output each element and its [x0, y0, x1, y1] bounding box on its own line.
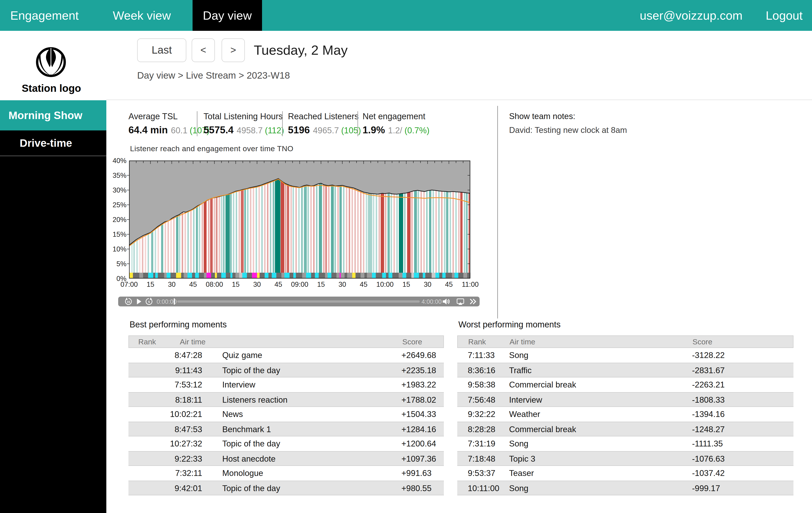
svg-text:5: 5 [148, 300, 150, 303]
air-time: 8:47:53 [157, 422, 202, 437]
stat-value: 5575.4 [203, 124, 234, 135]
clock-segment [372, 273, 376, 278]
forward-5-icon[interactable]: 5 [145, 297, 153, 306]
clock-segment [217, 273, 221, 278]
air-time: 8:28:28 [468, 422, 495, 437]
stat-label: Reached Listeners [288, 112, 361, 121]
table-row[interactable]: 10:11:00Song-999.17 [457, 481, 793, 495]
table-row[interactable]: 9:53:37Teaser-1037.42 [457, 466, 793, 481]
clock-segment [442, 273, 446, 278]
nav-tab-day-view[interactable]: Day view [193, 0, 262, 31]
current-date-label: Tuesday, 2 May [254, 38, 348, 62]
clock-segment [260, 273, 265, 278]
stat-value: 64.4 min [128, 124, 168, 135]
clock-segment [439, 273, 442, 278]
clock-segment [376, 273, 382, 278]
moment-score: -1394.16 [692, 407, 725, 422]
table-row[interactable]: 9:22:33Host anecdote+1097.36 [128, 451, 444, 466]
clock-segment [388, 273, 393, 278]
table-row[interactable]: 8:18:11Listeners reaction+1788.02 [128, 392, 444, 407]
air-time: 10:11:00 [468, 481, 499, 496]
table-row[interactable]: 7:18:48Topic 3-1076.63 [457, 451, 793, 466]
air-time: 8:47:28 [157, 348, 202, 363]
previous-day-button[interactable]: < [192, 38, 215, 62]
table-row[interactable]: 10:27:32Topic of the day+1200.64 [128, 436, 444, 451]
clock-segment [284, 273, 290, 278]
reach-engagement-chart[interactable] [129, 160, 470, 278]
moment-score: +1284.16 [401, 422, 436, 437]
playback-speed-icon[interactable] [468, 297, 477, 306]
progress-track[interactable] [177, 300, 420, 303]
table-row[interactable]: 9:32:22Weather-1394.16 [457, 407, 793, 422]
clock-segment [423, 273, 426, 278]
clock-segment [221, 273, 226, 278]
stat-label: Total Listening Hours [203, 112, 284, 121]
moment-label: Weather [509, 407, 540, 422]
stat-benchmark: 4965.7 [310, 126, 339, 135]
air-time: 10:27:32 [157, 436, 202, 451]
playhead-cursor[interactable] [174, 298, 175, 305]
stat-benchmark: 1.2/ [385, 126, 402, 135]
sidebar-item-drive-time[interactable]: Drive-time [0, 130, 106, 156]
rewind-15-icon[interactable]: 15 [124, 297, 133, 306]
table-row[interactable]: 7:53:12Interview+1983.22 [128, 378, 444, 392]
moment-score: +2235.18 [401, 363, 436, 378]
clock-segment [452, 273, 455, 278]
moment-score: +1097.36 [401, 452, 436, 466]
table-row[interactable]: 8:47:28Quiz game+2649.68 [128, 348, 444, 363]
y-tick-label: 20% [97, 216, 126, 224]
table-row[interactable]: 7:31:19Song-1111.35 [457, 436, 793, 451]
air-time: 9:58:38 [468, 378, 495, 392]
table-row[interactable]: 7:32:11Monologue+991.63 [128, 466, 444, 481]
sidebar-divider [0, 156, 106, 156]
y-tick-label: 15% [97, 231, 126, 239]
col-rank: Rank [468, 336, 486, 348]
last-button[interactable]: Last [137, 38, 186, 62]
clock-segment [232, 273, 235, 278]
table-row[interactable]: 9:58:38Commercial break-2263.21 [457, 378, 793, 392]
nav-tab-week-view[interactable]: Week view [113, 0, 171, 31]
volume-icon[interactable] [441, 297, 450, 306]
stat-value: 5196 [288, 124, 310, 135]
clock-segment [403, 273, 407, 278]
moment-score: -1037.42 [692, 466, 725, 481]
clock-segment [392, 273, 399, 278]
moment-score: -1076.63 [692, 452, 725, 466]
play-button-icon[interactable] [136, 298, 142, 307]
col-score: Score [693, 336, 713, 348]
sidebar-item-morning-show[interactable]: Morning Show [0, 100, 106, 130]
clock-segment [406, 273, 411, 278]
clock-segment [282, 273, 285, 278]
air-time: 10:02:21 [157, 407, 202, 422]
table-row[interactable]: 8:28:28Commercial break-1248.27 [457, 422, 793, 436]
next-day-button[interactable]: > [222, 38, 245, 62]
clock-segment [432, 273, 436, 278]
clock-segment [226, 273, 231, 278]
clock-segment [356, 273, 361, 278]
logout-button[interactable]: Logout [766, 0, 803, 31]
stat-value: 1.9% [362, 124, 385, 135]
table-row[interactable]: 7:56:48Interview-1808.33 [457, 392, 793, 407]
y-tick-label: 30% [97, 186, 126, 194]
nav-tab-engagement[interactable]: Engagement [10, 0, 79, 31]
table-row[interactable]: 8:36:16Traffic-2831.67 [457, 363, 793, 378]
user-email: user@voizzup.com [640, 0, 743, 31]
table-header-row: RankAir timeScore [128, 335, 444, 348]
clock-segment [129, 273, 133, 278]
clock-segment [265, 273, 269, 278]
stat-benchmark: 4958.7 [234, 126, 263, 135]
table-row[interactable]: 7:11:33Song-3128.22 [457, 348, 793, 363]
air-time: 9:11:43 [157, 363, 202, 378]
clock-segment [158, 273, 164, 278]
airplay-icon[interactable] [456, 297, 465, 306]
clock-segment [252, 273, 257, 278]
clock-segment [337, 273, 340, 278]
moment-score: -3128.22 [692, 348, 725, 363]
moment-label: Host anecdote [222, 452, 276, 466]
table-row[interactable]: 9:11:43Topic of the day+2235.18 [128, 363, 444, 378]
table-row[interactable]: 9:42:01Topic of the day+980.55 [128, 481, 444, 495]
table-row[interactable]: 8:47:53Benchmark 1+1284.16 [128, 422, 444, 436]
table-row[interactable]: 10:02:21News+1504.33 [128, 407, 444, 422]
station-logo-caption: Station logo [9, 82, 94, 94]
x-tick-label: 11:00 [455, 280, 486, 289]
